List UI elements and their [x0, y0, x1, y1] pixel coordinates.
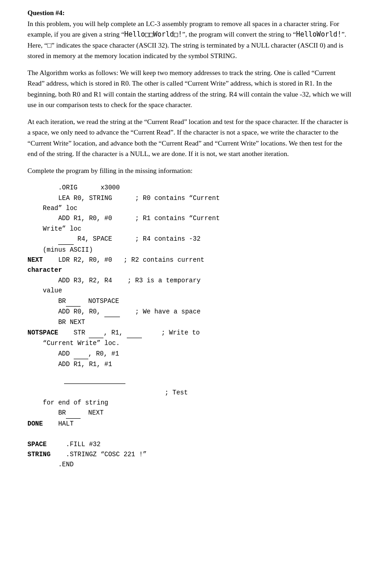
code-line-end: .END	[27, 459, 352, 469]
code-line-add-r1: ADD R1, R0, #0 ; R1 contains “Current	[27, 213, 352, 223]
blank-br-condition	[66, 296, 81, 307]
blank-str-offset	[127, 328, 142, 338]
code-line-add-r0-blank: ADD R0, R0, ; We have a space	[27, 307, 352, 317]
question-header: Question #4:	[27, 9, 352, 17]
code-line-br-next1: BR NEXT	[27, 317, 352, 327]
code-line-orig: .ORIG x3000	[27, 183, 352, 193]
code-line-character: character	[27, 265, 352, 275]
code-line-blank-r4: R4, SPACE ; R4 contains -32	[27, 234, 352, 244]
code-line-value: value	[27, 286, 352, 296]
intro-paragraph-2: The Algorithm works as follows: We will …	[27, 68, 352, 110]
blank-ld-instruction	[58, 234, 74, 244]
blank-add-dest	[74, 349, 88, 359]
code-line-lea-r0: LEA R0, STRING ; R0 contains “Current	[27, 193, 352, 203]
code-line-br-next2: BR NEXT	[27, 408, 352, 418]
code-line-add-r3: ADD R3, R2, R4 ; R3 is a temporary	[27, 275, 352, 286]
code-line-done-halt: DONE HALT	[27, 419, 352, 429]
complete-instruction: Complete the program by filling in the m…	[27, 166, 352, 176]
code-line-for-end: for end of string	[27, 398, 352, 408]
intro-paragraph-1: In this problem, you will help complete …	[27, 19, 352, 61]
code-block: .ORIG x3000 LEA R0, STRING ; R0 contains…	[27, 183, 352, 470]
code-line-next: NEXT LDR R2, R0, #0 ; R2 contains curren…	[27, 255, 352, 265]
code-line-string-stringz: STRING .STRINGZ “COSC 221 !”	[27, 449, 352, 459]
code-line-test-comment: ; Test	[27, 388, 352, 398]
long-blank-line	[64, 373, 125, 383]
blank-add-r0	[104, 307, 120, 317]
intro-paragraph-3: At each iteration, we read the string at…	[27, 117, 352, 159]
code-line-write-loc: Write” loc	[27, 224, 352, 234]
blank-str-reg	[89, 328, 103, 338]
code-line-current-write: “Current Write” loc.	[27, 338, 352, 348]
code-line-add-blank-r0: ADD , R0, #1	[27, 349, 352, 359]
code-line-space-fill: SPACE .FILL #32	[27, 439, 352, 449]
code-line-minus-ascii: (minus ASCII)	[27, 245, 352, 255]
code-line-read-loc: Read” loc	[27, 203, 352, 213]
code-line-blank	[27, 429, 352, 439]
code-line-br-notspace: BR NOTSPACE	[27, 296, 352, 307]
blank-br-condition-2	[66, 408, 81, 418]
code-line-notspace-str: NOTSPACE STR , R1, ; Write to	[27, 328, 352, 338]
code-line-add-r1-1: ADD R1, R1, #1	[27, 359, 352, 369]
question-container: Question #4: In this problem, you will h…	[27, 9, 352, 470]
